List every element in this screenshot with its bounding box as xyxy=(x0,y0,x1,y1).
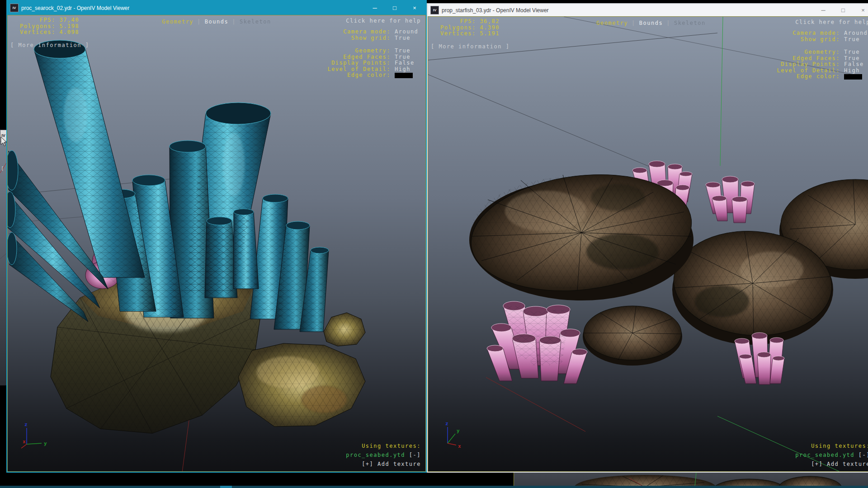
taskbar-active-item[interactable] xyxy=(220,486,232,488)
maximize-button[interactable]: □ xyxy=(388,4,401,13)
camera-mode-row[interactable]: Camera mode:Around xyxy=(793,30,868,37)
edge-color-swatch[interactable] xyxy=(395,73,413,78)
background-partial-text: [ xyxy=(1,165,4,171)
texture-item: proc_seabed.ytd [-] xyxy=(795,450,868,460)
tab-bounds[interactable]: Bounds xyxy=(205,19,228,25)
more-information-link[interactable]: [ More information ] xyxy=(10,42,90,49)
render-options: Geometry:True Edged Faces:True Display P… xyxy=(327,48,421,79)
edge-color-row[interactable]: Edge color: xyxy=(327,72,421,79)
minimize-button[interactable]: ─ xyxy=(368,4,382,13)
edged-faces-row[interactable]: Edged Faces:True xyxy=(327,54,421,61)
level-of-detail-row[interactable]: Level of Detail:High xyxy=(777,68,868,74)
window-title: proc_searock_02.ydr - OpenIV Model Viewe… xyxy=(21,5,365,11)
background-model-window xyxy=(514,473,868,486)
background-window-sliver: IV [ xyxy=(0,0,6,488)
show-grid-row[interactable]: Show grid:True xyxy=(343,35,421,42)
background-gridline xyxy=(0,141,6,385)
window-title: prop_starfish_03.ydr - OpenIV Model View… xyxy=(442,7,814,14)
help-link[interactable]: Click here for help xyxy=(795,19,868,26)
tab-skeleton: Skeleton xyxy=(240,19,271,25)
more-information-link[interactable]: [ More information ] xyxy=(431,44,510,50)
edged-faces-row[interactable]: Edged Faces:True xyxy=(777,56,868,62)
background-viewport-sliver xyxy=(0,141,6,385)
openiv-icon: IV xyxy=(430,6,439,14)
pink-tube-cluster-top-right xyxy=(706,176,755,223)
titlebar[interactable]: IV prop_starfish_03.ydr - OpenIV Model V… xyxy=(428,4,868,16)
desktop: IV [ IV xyxy=(0,0,868,488)
axis-x-label: x xyxy=(458,443,461,449)
pink-tube-cluster-right xyxy=(735,333,784,385)
model-starfish xyxy=(428,17,868,472)
titlebar[interactable]: IV proc_searock_02.ydr - OpenIV Model Vi… xyxy=(7,1,426,15)
add-texture-button[interactable]: [+] Add texture xyxy=(795,460,868,469)
mouse-cursor xyxy=(0,136,8,146)
axis-gizmo: z y x xyxy=(428,418,478,461)
textures-block: Using textures: proc_seabed.ytd [-] [+] … xyxy=(795,441,868,469)
add-texture-button[interactable]: [+] Add texture xyxy=(346,460,421,469)
coral-disc-small xyxy=(583,306,682,366)
textures-heading: Using textures: xyxy=(346,441,421,450)
textures-block: Using textures: proc_seabed.ytd [-] [+] … xyxy=(346,441,421,469)
remove-texture-button[interactable]: [-] xyxy=(409,452,421,458)
camera-options: Camera mode:Around Show grid:True xyxy=(793,30,868,42)
textures-heading: Using textures: xyxy=(795,441,868,450)
stat-vertices: Vertices: 5.191 xyxy=(432,31,500,37)
taskbar-edge[interactable] xyxy=(0,486,868,488)
tab-bounds[interactable]: Bounds xyxy=(639,20,663,26)
openiv-icon: IV xyxy=(10,4,19,12)
model-searock xyxy=(8,15,425,472)
axis-y-label: y xyxy=(457,428,460,434)
render-options: Geometry:True Edged Faces:True Display P… xyxy=(777,49,868,80)
background-model-fragment xyxy=(514,473,868,486)
tab-geometry[interactable]: Geometry xyxy=(596,20,628,26)
show-grid-row[interactable]: Show grid:True xyxy=(793,37,868,43)
window-proc-searock: IV proc_searock_02.ydr - OpenIV Model Vi… xyxy=(6,0,427,473)
edge-color-row[interactable]: Edge color: xyxy=(777,74,868,80)
display-points-row[interactable]: Display Points:False xyxy=(327,60,421,66)
axis-gizmo: z y x xyxy=(8,418,57,461)
close-button[interactable]: × xyxy=(408,4,421,13)
tab-geometry[interactable]: Geometry xyxy=(162,19,193,25)
pink-tube-cluster-main xyxy=(487,301,587,384)
minimize-button[interactable]: ─ xyxy=(816,6,830,15)
tab-skeleton: Skeleton xyxy=(674,20,706,26)
level-of-detail-row[interactable]: Level of Detail:High xyxy=(327,66,421,73)
close-button[interactable]: × xyxy=(856,6,868,15)
edge-color-swatch[interactable] xyxy=(844,74,862,80)
window-prop-starfish: IV prop_starfish_03.ydr - OpenIV Model V… xyxy=(427,3,868,473)
texture-item: proc_seabed.ytd [-] xyxy=(346,450,421,460)
viewport-3d[interactable]: FPS: 37,40 Polygons: 5.198 Vertices: 4.0… xyxy=(7,15,426,472)
camera-mode-row[interactable]: Camera mode:Around xyxy=(343,29,421,35)
geometry-row[interactable]: Geometry:True xyxy=(777,49,868,56)
display-points-row[interactable]: Display Points:False xyxy=(777,61,868,68)
axis-x-label: x xyxy=(23,439,26,445)
camera-options: Camera mode:Around Show grid:True xyxy=(343,29,421,41)
help-link[interactable]: Click here for help xyxy=(346,18,421,24)
viewport-3d[interactable]: FPS: 36,82 Polygons: 4.390 Vertices: 5.1… xyxy=(428,16,868,472)
stat-vertices: Vertices: 4.098 xyxy=(11,29,79,36)
axis-z-label: z xyxy=(24,422,28,427)
axis-z-label: z xyxy=(445,421,448,427)
geometry-row[interactable]: Geometry:True xyxy=(327,48,421,54)
maximize-button[interactable]: □ xyxy=(836,6,850,15)
remove-texture-button[interactable]: [-] xyxy=(859,452,868,458)
axis-y-label: y xyxy=(44,441,47,446)
